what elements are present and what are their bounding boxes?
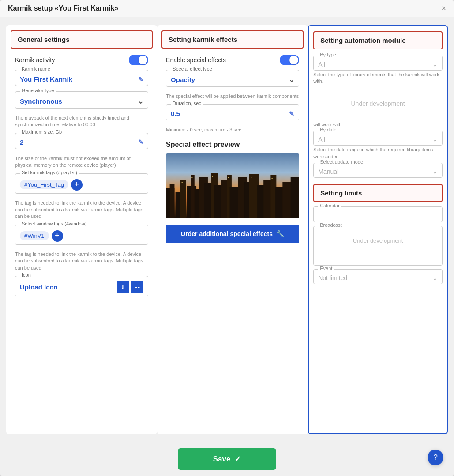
- by-type-dropdown-icon: ⌄: [432, 61, 438, 68]
- by-date-legend: By date: [318, 127, 338, 132]
- svg-rect-29: [251, 177, 251, 178]
- generator-type-hint: The playback of the next element is stri…: [15, 115, 148, 128]
- help-button[interactable]: ?: [428, 450, 443, 465]
- check-icon: ✓: [235, 454, 241, 464]
- karmik-tag-row: #You_First_Tag +: [20, 179, 143, 191]
- karmik-name-fieldset: Karmik name You First Karmik ✎: [15, 70, 148, 86]
- by-type-fieldset: By type All ⌄: [313, 56, 443, 71]
- max-size-edit-icon[interactable]: ✎: [138, 139, 143, 146]
- event-select[interactable]: Not limited ⌄: [318, 274, 438, 281]
- save-label: Save: [213, 455, 231, 464]
- window-tag-hint: The tag is needed to link the karmik to …: [15, 251, 148, 271]
- automation-section: Setting automation module By type All ⌄ …: [308, 25, 448, 434]
- event-legend: Event: [318, 266, 334, 271]
- max-size-legend: Maximum size, Gb: [20, 129, 64, 135]
- enable-effects-row: Enable special effects: [166, 55, 299, 65]
- automation-column: Setting automation module By type All ⌄ …: [308, 25, 448, 434]
- window-tags-fieldset: Select window tags (#window) #WinV1 +: [15, 225, 148, 245]
- karmik-tags-fieldset: Set karmik tags (#playlist) #You_First_T…: [15, 173, 148, 194]
- max-size-value: 2 ✎: [20, 139, 143, 146]
- effects-section: Setting karmik effects Enable special ef…: [157, 25, 308, 434]
- general-column: General settings Karmik activity Karmik …: [6, 25, 157, 434]
- generator-type-value: Synchronous ⌄: [20, 97, 143, 105]
- duration-hint: Minimum - 0 sec, maximum - 3 sec: [166, 127, 299, 133]
- broadcast-legend: Broadcast: [318, 222, 344, 228]
- close-button[interactable]: ×: [441, 4, 446, 12]
- limits-header: Setting limits: [313, 184, 443, 202]
- effect-type-dropdown-icon[interactable]: ⌄: [289, 75, 294, 84]
- order-effects-button[interactable]: Order additional special effects 🔧: [166, 225, 299, 243]
- add-karmik-tag-button[interactable]: +: [71, 179, 83, 191]
- dialog-header: Karmik setup «You First Karmik» ×: [0, 0, 454, 17]
- by-date-select[interactable]: All ⌄: [318, 136, 438, 143]
- general-section: General settings Karmik activity Karmik …: [6, 25, 157, 434]
- karmik-activity-label: Karmik activity: [15, 56, 55, 64]
- under-dev-1: Under development: [313, 87, 443, 120]
- svg-rect-24: [182, 182, 183, 183]
- save-button[interactable]: Save ✓: [178, 448, 277, 470]
- icon-row: Upload Icon ⇓ ☷: [20, 281, 143, 293]
- update-mode-legend: Select update mode: [318, 159, 365, 165]
- add-window-tag-button[interactable]: +: [52, 230, 63, 242]
- automation-header: Setting automation module: [313, 31, 443, 49]
- karmik-tag-hint: The tag is needed to link the karmik to …: [15, 200, 148, 220]
- effects-header: Setting karmik effects: [161, 30, 304, 49]
- under-dev-2: Under development: [318, 229, 438, 248]
- svg-rect-25: [191, 177, 192, 178]
- duration-legend: Duration, sec: [171, 101, 203, 106]
- update-mode-select[interactable]: Manual ⌄: [318, 168, 438, 175]
- icon-value: Upload Icon: [20, 283, 58, 291]
- update-mode-fieldset: Select update mode Manual ⌄: [313, 163, 443, 178]
- by-type-select[interactable]: All ⌄: [318, 61, 438, 68]
- help-label: ?: [433, 453, 438, 462]
- delete-icon-button[interactable]: ☷: [131, 281, 143, 293]
- window-tag-row: #WinV1 +: [20, 230, 143, 242]
- svg-rect-4: [180, 180, 186, 218]
- effect-type-value: Opacity ⌄: [171, 75, 294, 84]
- effect-hint: The special effect will be applied betwe…: [166, 93, 299, 100]
- enable-effects-toggle[interactable]: [280, 55, 299, 65]
- general-header: General settings: [11, 30, 153, 49]
- by-date-hint: Select the date range in which the requi…: [313, 146, 443, 160]
- toggle-knob: [139, 56, 147, 64]
- by-type-legend: By type: [318, 52, 338, 57]
- svg-rect-23: [291, 177, 299, 218]
- karmik-tag: #You_First_Tag: [20, 180, 68, 189]
- karmik-name-legend: Karmik name: [20, 66, 52, 71]
- generator-type-dropdown-icon[interactable]: ⌄: [138, 97, 143, 105]
- icon-buttons: ⇓ ☷: [117, 281, 143, 293]
- dialog-title: Karmik setup «You First Karmik»: [8, 4, 118, 12]
- svg-rect-27: [212, 176, 213, 177]
- event-fieldset: Event Not limited ⌄: [313, 269, 443, 284]
- effect-type-fieldset: Special effect type Opacity ⌄: [166, 70, 299, 87]
- enable-effects-label: Enable special effects: [166, 56, 226, 64]
- duration-value: 0.5 ✎: [171, 110, 294, 117]
- effect-preview-image: [166, 153, 299, 218]
- svg-rect-2: [170, 184, 175, 218]
- duration-edit-icon[interactable]: ✎: [289, 110, 294, 117]
- by-date-dropdown-icon: ⌄: [432, 136, 438, 143]
- karmik-activity-toggle[interactable]: [129, 55, 148, 65]
- window-tags-legend: Select window tags (#window): [20, 221, 88, 226]
- dialog-body: General settings Karmik activity Karmik …: [0, 17, 454, 442]
- svg-rect-28: [228, 177, 229, 178]
- window-tag: #WinV1: [20, 231, 49, 240]
- max-size-fieldset: Maximum size, Gb 2 ✎: [15, 133, 148, 149]
- effect-type-legend: Special effect type: [171, 66, 214, 71]
- dialog: Karmik setup «You First Karmik» × Genera…: [0, 0, 454, 476]
- by-date-fieldset: By date All ⌄: [313, 131, 443, 146]
- svg-rect-17: [249, 174, 259, 218]
- broadcast-fieldset: Broadcast Under development: [313, 226, 443, 266]
- icon-legend: Icon: [20, 272, 33, 277]
- duration-fieldset: Duration, sec 0.5 ✎: [166, 104, 299, 120]
- effects-inner: Enable special effects Special effect ty…: [161, 55, 304, 247]
- icon-fieldset: Icon Upload Icon ⇓ ☷: [15, 276, 148, 296]
- preview-label: Special effect preview: [166, 141, 299, 149]
- karmik-tags-legend: Set karmik tags (#playlist): [20, 170, 79, 175]
- enable-effects-toggle-knob: [289, 56, 298, 64]
- order-effects-label: Order additional special effects: [180, 230, 273, 237]
- calendar-legend: Calendar: [318, 203, 341, 208]
- upload-icon-button[interactable]: ⇓: [117, 281, 129, 293]
- karmik-name-edit-icon[interactable]: ✎: [138, 76, 143, 83]
- karmik-activity-row: Karmik activity: [15, 55, 148, 65]
